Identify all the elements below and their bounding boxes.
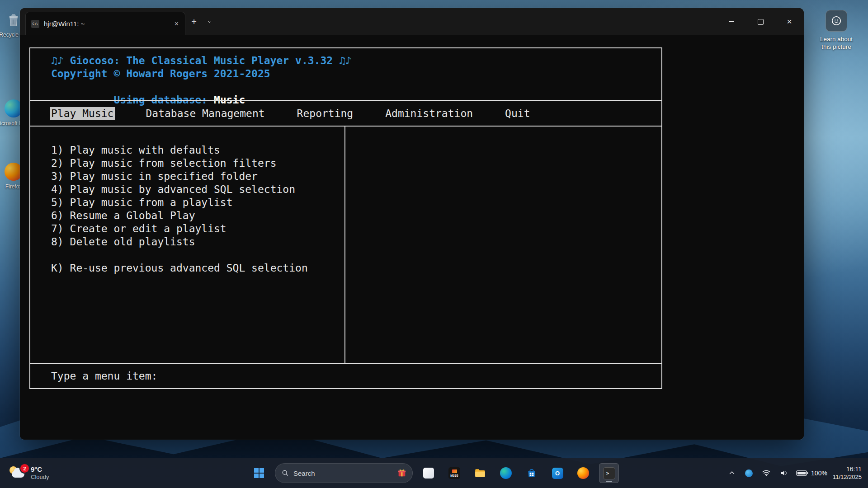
menu-prompt-text: Type a menu item: — [51, 370, 157, 382]
taskbar-app-m365[interactable]: M365 — [444, 463, 464, 483]
new-tab-button[interactable]: + — [185, 8, 203, 35]
menu-item-4[interactable]: 4) Play music by advanced SQL selection — [51, 183, 344, 196]
start-button[interactable] — [249, 463, 269, 483]
minimize-icon — [729, 21, 734, 22]
detail-panel — [345, 127, 661, 363]
clock[interactable]: 16:11 11/12/2025 — [833, 465, 862, 481]
taskbar-app-store[interactable] — [522, 463, 542, 483]
menubar-play-music[interactable]: Play Music — [50, 107, 115, 120]
terminal-window: C:\ hjr@Win11: ~ × + × ♫♪ Giocoso: The C… — [20, 8, 804, 440]
taskbar-app-outlook[interactable]: O — [547, 463, 567, 483]
notification-badge: 2 — [19, 463, 30, 474]
edge-icon — [500, 467, 512, 479]
tab-dropdown-button[interactable] — [203, 8, 217, 35]
menubar-quit[interactable]: Quit — [505, 108, 530, 119]
search-icon — [282, 469, 289, 477]
temperature: 9°C — [31, 465, 49, 474]
app-title: ♫♪ Giocoso: The Classical Music Player v… — [51, 54, 661, 67]
taskbar: 2 9°C Cloudy Search — [0, 458, 868, 488]
firefox-icon — [577, 467, 589, 479]
microsoft-store-icon — [526, 467, 538, 479]
terminal-icon: >_ — [603, 467, 615, 479]
menu-item-5[interactable]: 5) Play music from a playlist — [51, 196, 344, 209]
taskbar-center: Search M365 — [249, 458, 619, 488]
titlebar-drag-area[interactable] — [217, 8, 717, 35]
menu-item-7[interactable]: 7) Create or edit a playlist — [51, 222, 344, 235]
white-app-icon — [423, 468, 434, 479]
search-promo-icon — [396, 467, 408, 479]
file-explorer-icon — [474, 467, 486, 479]
menu-item-k[interactable]: K) Re-use previous advanced SQL selectio… — [51, 262, 344, 275]
wifi-icon[interactable] — [760, 467, 773, 479]
minimize-button[interactable] — [717, 8, 746, 35]
widgets-button[interactable]: 2 9°C Cloudy — [5, 458, 53, 488]
giocoso-header: ♫♪ Giocoso: The Classical Music Player v… — [30, 48, 661, 100]
weather-condition: Cloudy — [31, 474, 49, 481]
battery-status[interactable]: 100% — [796, 469, 827, 477]
taskbar-app-edge[interactable] — [496, 463, 516, 483]
terminal-content[interactable]: ♫♪ Giocoso: The Classical Music Player v… — [20, 35, 804, 440]
giocoso-tui: ♫♪ Giocoso: The Classical Music Player v… — [29, 47, 662, 389]
maximize-icon — [758, 19, 764, 25]
giocoso-content: 1) Play music with defaults 2) Play musi… — [30, 126, 661, 363]
tab-close-icon[interactable]: × — [173, 19, 180, 29]
menubar-administration[interactable]: Administration — [385, 108, 473, 119]
blank-line — [51, 249, 344, 262]
windows-logo-icon — [254, 468, 264, 478]
battery-percent: 100% — [811, 469, 827, 477]
play-music-menu-panel: 1) Play music with defaults 2) Play musi… — [30, 127, 345, 363]
learn-about-text: Learn about this picture — [820, 35, 853, 51]
cmd-icon: C:\ — [31, 20, 39, 28]
menu-item-6[interactable]: 6) Resume a Global Play — [51, 209, 344, 222]
menubar-database-management[interactable]: Database Management — [146, 108, 264, 119]
taskbar-app-file-explorer[interactable] — [470, 463, 490, 483]
giocoso-menubar: Play Music Database Management Reporting… — [30, 100, 661, 126]
taskbar-app-terminal[interactable]: >_ — [599, 463, 619, 483]
weather-icon: 2 — [9, 465, 26, 481]
maximize-button[interactable] — [746, 8, 775, 35]
menu-item-2[interactable]: 2) Play music from selection filters — [51, 157, 344, 170]
tray-chevron-up-icon[interactable] — [726, 467, 738, 479]
learn-about-icon — [826, 10, 847, 32]
menu-item-8[interactable]: 8) Delete old playlists — [51, 235, 344, 249]
date: 11/12/2025 — [833, 473, 862, 481]
search-placeholder: Search — [293, 469, 315, 477]
battery-icon — [796, 470, 808, 476]
weather-text: 9°C Cloudy — [31, 465, 49, 481]
close-button[interactable]: × — [775, 8, 804, 35]
menu-item-1[interactable]: 1) Play music with defaults — [51, 144, 344, 157]
system-tray: 100% 16:11 11/12/2025 — [726, 458, 864, 488]
desktop-icon-label: Firefox — [5, 183, 22, 190]
learn-about-picture-widget[interactable]: Learn about this picture — [808, 10, 864, 51]
outlook-icon: O — [552, 468, 563, 479]
time: 16:11 — [846, 465, 862, 473]
prompt-row[interactable]: Type a menu item: — [30, 363, 661, 388]
search-box[interactable]: Search — [275, 463, 413, 483]
volume-icon[interactable] — [778, 467, 791, 479]
taskbar-app-firefox[interactable] — [573, 463, 593, 483]
microsoft-365-icon: M365 — [448, 467, 460, 479]
menubar-reporting[interactable]: Reporting — [297, 108, 354, 119]
copyright-line: Copyright © Howard Rogers 2021-2025 — [51, 67, 661, 80]
terminal-tab[interactable]: C:\ hjr@Win11: ~ × — [25, 12, 185, 35]
tray-status-icon[interactable] — [743, 468, 755, 479]
tab-title: hjr@Win11: ~ — [44, 20, 168, 28]
taskbar-app-white[interactable] — [419, 463, 439, 483]
menu-item-3[interactable]: 3) Play music in specified folder — [51, 170, 344, 183]
terminal-titlebar[interactable]: C:\ hjr@Win11: ~ × + × — [20, 8, 804, 35]
